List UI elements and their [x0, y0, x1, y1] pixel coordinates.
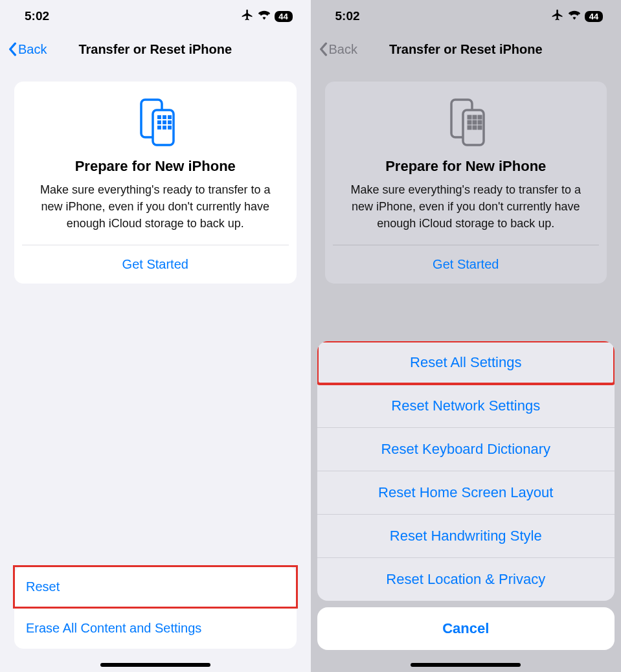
- reset-home-screen-layout-button[interactable]: Reset Home Screen Layout: [317, 471, 615, 514]
- airplane-icon: [551, 8, 564, 25]
- svg-rect-20: [473, 126, 477, 129]
- battery-icon: 44: [585, 11, 603, 22]
- wifi-icon: [258, 10, 271, 23]
- back-label: Back: [18, 42, 47, 57]
- home-indicator[interactable]: [411, 663, 521, 667]
- back-label: Back: [329, 42, 357, 57]
- svg-rect-6: [163, 120, 166, 124]
- svg-rect-13: [468, 115, 471, 119]
- card-title: Prepare for New iPhone: [26, 158, 285, 175]
- get-started-button: Get Started: [325, 245, 607, 284]
- nav-bar: Back Transfer or Reset iPhone: [0, 32, 311, 66]
- screen-right: 5:02 44 Back Transfer or Reset iPhone: [311, 0, 622, 672]
- action-sheet: Reset All Settings Reset Network Setting…: [317, 341, 615, 650]
- svg-rect-3: [163, 115, 166, 119]
- svg-rect-5: [157, 120, 161, 124]
- screen-left: 5:02 44 Back Transfer or Reset iPhone: [0, 0, 311, 672]
- svg-rect-17: [473, 120, 477, 124]
- svg-rect-2: [157, 115, 161, 119]
- prepare-card: Prepare for New iPhone Make sure everyth…: [14, 82, 297, 284]
- status-icons: 44: [551, 8, 603, 25]
- status-time: 5:02: [25, 9, 49, 23]
- erase-button[interactable]: Erase All Content and Settings: [14, 607, 297, 649]
- phones-icon: [130, 96, 181, 148]
- card-body: Make sure everything's ready to transfer…: [337, 181, 596, 245]
- card-title: Prepare for New iPhone: [337, 158, 596, 175]
- phones-icon: [440, 96, 491, 148]
- reset-all-settings-button[interactable]: Reset All Settings: [317, 341, 615, 384]
- svg-rect-9: [163, 126, 166, 129]
- svg-rect-4: [168, 115, 172, 119]
- back-button: Back: [319, 42, 357, 57]
- status-time: 5:02: [335, 9, 360, 23]
- bottom-options: Reset Erase All Content and Settings: [14, 566, 297, 649]
- reset-keyboard-dictionary-button[interactable]: Reset Keyboard Dictionary: [317, 427, 615, 471]
- home-indicator[interactable]: [100, 663, 210, 667]
- airplane-icon: [241, 8, 254, 25]
- battery-icon: 44: [275, 11, 293, 22]
- status-icons: 44: [241, 8, 293, 25]
- svg-rect-14: [473, 115, 477, 119]
- reset-network-settings-button[interactable]: Reset Network Settings: [317, 384, 615, 427]
- svg-rect-8: [157, 126, 161, 129]
- svg-rect-7: [168, 120, 172, 124]
- svg-rect-18: [478, 120, 482, 124]
- prepare-card: Prepare for New iPhone Make sure everyth…: [325, 82, 607, 284]
- svg-rect-19: [468, 126, 471, 129]
- nav-bar: Back Transfer or Reset iPhone: [311, 32, 622, 66]
- svg-rect-15: [478, 115, 482, 119]
- reset-location-privacy-button[interactable]: Reset Location & Privacy: [317, 557, 615, 601]
- cancel-button[interactable]: Cancel: [317, 607, 615, 650]
- action-sheet-group: Reset All Settings Reset Network Setting…: [317, 341, 615, 601]
- status-bar: 5:02 44: [311, 0, 622, 32]
- back-button[interactable]: Back: [8, 42, 47, 57]
- svg-rect-16: [468, 120, 471, 124]
- get-started-button[interactable]: Get Started: [14, 245, 297, 284]
- reset-handwriting-style-button[interactable]: Reset Handwriting Style: [317, 514, 615, 557]
- status-bar: 5:02 44: [0, 0, 311, 32]
- reset-button[interactable]: Reset: [14, 566, 297, 607]
- svg-rect-21: [478, 126, 482, 129]
- card-body: Make sure everything's ready to transfer…: [26, 181, 285, 245]
- chevron-left-icon: [8, 42, 17, 56]
- chevron-left-icon: [319, 42, 328, 56]
- svg-rect-10: [168, 126, 172, 129]
- wifi-icon: [568, 10, 581, 23]
